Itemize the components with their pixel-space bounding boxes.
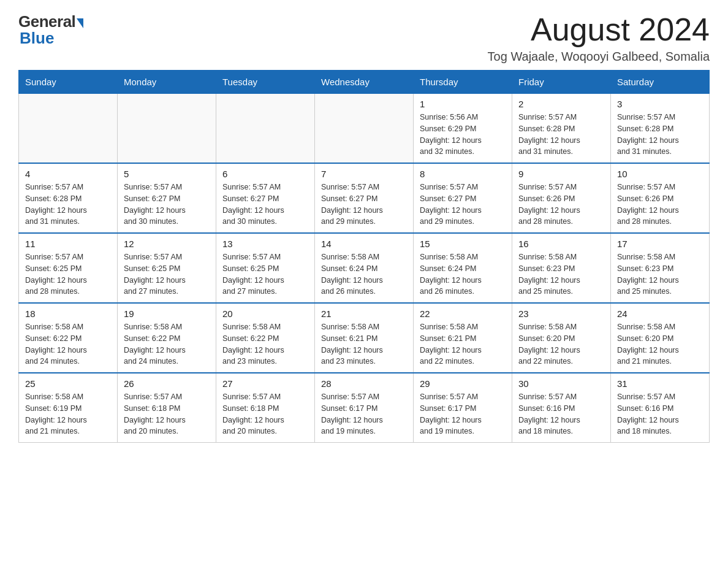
day-info: Sunrise: 5:57 AM Sunset: 6:25 PM Dayligh… xyxy=(25,251,111,297)
table-row: 11Sunrise: 5:57 AM Sunset: 6:25 PM Dayli… xyxy=(19,233,118,303)
table-row xyxy=(216,94,315,164)
day-number: 3 xyxy=(617,99,703,109)
table-row xyxy=(315,94,414,164)
header-saturday: Saturday xyxy=(611,71,710,94)
table-row: 3Sunrise: 5:57 AM Sunset: 6:28 PM Daylig… xyxy=(611,94,710,164)
header-tuesday: Tuesday xyxy=(216,71,315,94)
day-info: Sunrise: 5:58 AM Sunset: 6:23 PM Dayligh… xyxy=(518,251,604,297)
table-row: 19Sunrise: 5:58 AM Sunset: 6:22 PM Dayli… xyxy=(118,303,216,373)
table-row: 16Sunrise: 5:58 AM Sunset: 6:23 PM Dayli… xyxy=(512,233,611,303)
table-row: 28Sunrise: 5:57 AM Sunset: 6:17 PM Dayli… xyxy=(315,373,414,443)
day-number: 30 xyxy=(518,378,604,389)
table-row: 21Sunrise: 5:58 AM Sunset: 6:21 PM Dayli… xyxy=(315,303,414,373)
table-row: 29Sunrise: 5:57 AM Sunset: 6:17 PM Dayli… xyxy=(414,373,512,443)
day-info: Sunrise: 5:57 AM Sunset: 6:28 PM Dayligh… xyxy=(617,112,703,158)
header-sunday: Sunday xyxy=(19,71,118,94)
day-number: 29 xyxy=(420,378,506,389)
table-row: 9Sunrise: 5:57 AM Sunset: 6:26 PM Daylig… xyxy=(512,163,611,233)
day-number: 11 xyxy=(25,239,111,249)
day-number: 15 xyxy=(420,239,506,249)
day-info: Sunrise: 5:58 AM Sunset: 6:21 PM Dayligh… xyxy=(321,321,407,367)
table-row: 2Sunrise: 5:57 AM Sunset: 6:28 PM Daylig… xyxy=(512,94,611,164)
day-info: Sunrise: 5:57 AM Sunset: 6:27 PM Dayligh… xyxy=(222,182,308,228)
day-number: 13 xyxy=(222,239,308,249)
day-number: 10 xyxy=(617,169,703,179)
day-info: Sunrise: 5:58 AM Sunset: 6:24 PM Dayligh… xyxy=(321,251,407,297)
header-thursday: Thursday xyxy=(414,71,512,94)
day-number: 31 xyxy=(617,378,703,389)
day-number: 26 xyxy=(124,378,210,389)
table-row xyxy=(19,94,118,164)
title-area: August 2024 Tog Wajaale, Woqooyi Galbeed… xyxy=(488,12,710,64)
day-info: Sunrise: 5:57 AM Sunset: 6:16 PM Dayligh… xyxy=(617,391,703,437)
day-info: Sunrise: 5:58 AM Sunset: 6:22 PM Dayligh… xyxy=(25,321,111,367)
weekday-header-row: Sunday Monday Tuesday Wednesday Thursday… xyxy=(19,71,710,94)
day-number: 23 xyxy=(518,308,604,319)
calendar-week-row: 11Sunrise: 5:57 AM Sunset: 6:25 PM Dayli… xyxy=(19,233,710,303)
logo-triangle-icon xyxy=(77,18,83,28)
day-info: Sunrise: 5:57 AM Sunset: 6:26 PM Dayligh… xyxy=(518,182,604,228)
day-info: Sunrise: 5:58 AM Sunset: 6:23 PM Dayligh… xyxy=(617,251,703,297)
header-monday: Monday xyxy=(118,71,216,94)
table-row: 13Sunrise: 5:57 AM Sunset: 6:25 PM Dayli… xyxy=(216,233,315,303)
day-number: 1 xyxy=(420,99,506,109)
day-number: 7 xyxy=(321,169,407,179)
day-number: 9 xyxy=(518,169,604,179)
day-number: 20 xyxy=(222,308,308,319)
table-row: 15Sunrise: 5:58 AM Sunset: 6:24 PM Dayli… xyxy=(414,233,512,303)
header-wednesday: Wednesday xyxy=(315,71,414,94)
table-row: 14Sunrise: 5:58 AM Sunset: 6:24 PM Dayli… xyxy=(315,233,414,303)
day-number: 16 xyxy=(518,239,604,249)
day-number: 19 xyxy=(124,308,210,319)
day-number: 2 xyxy=(518,99,604,109)
location-subtitle: Tog Wajaale, Woqooyi Galbeed, Somalia xyxy=(488,50,710,64)
day-info: Sunrise: 5:57 AM Sunset: 6:27 PM Dayligh… xyxy=(321,182,407,228)
table-row: 10Sunrise: 5:57 AM Sunset: 6:26 PM Dayli… xyxy=(611,163,710,233)
month-title: August 2024 xyxy=(488,12,710,47)
day-number: 24 xyxy=(617,308,703,319)
table-row: 20Sunrise: 5:58 AM Sunset: 6:22 PM Dayli… xyxy=(216,303,315,373)
day-info: Sunrise: 5:57 AM Sunset: 6:27 PM Dayligh… xyxy=(420,182,506,228)
table-row: 30Sunrise: 5:57 AM Sunset: 6:16 PM Dayli… xyxy=(512,373,611,443)
day-number: 6 xyxy=(222,169,308,179)
day-number: 14 xyxy=(321,239,407,249)
day-info: Sunrise: 5:57 AM Sunset: 6:26 PM Dayligh… xyxy=(617,182,703,228)
table-row: 17Sunrise: 5:58 AM Sunset: 6:23 PM Dayli… xyxy=(611,233,710,303)
table-row: 6Sunrise: 5:57 AM Sunset: 6:27 PM Daylig… xyxy=(216,163,315,233)
logo: General Blue xyxy=(18,12,83,48)
day-number: 4 xyxy=(25,169,111,179)
day-info: Sunrise: 5:58 AM Sunset: 6:19 PM Dayligh… xyxy=(25,391,111,437)
day-info: Sunrise: 5:57 AM Sunset: 6:25 PM Dayligh… xyxy=(124,251,210,297)
day-number: 27 xyxy=(222,378,308,389)
day-info: Sunrise: 5:57 AM Sunset: 6:16 PM Dayligh… xyxy=(518,391,604,437)
table-row: 23Sunrise: 5:58 AM Sunset: 6:20 PM Dayli… xyxy=(512,303,611,373)
table-row: 31Sunrise: 5:57 AM Sunset: 6:16 PM Dayli… xyxy=(611,373,710,443)
table-row: 12Sunrise: 5:57 AM Sunset: 6:25 PM Dayli… xyxy=(118,233,216,303)
day-info: Sunrise: 5:57 AM Sunset: 6:25 PM Dayligh… xyxy=(222,251,308,297)
day-info: Sunrise: 5:57 AM Sunset: 6:17 PM Dayligh… xyxy=(321,391,407,437)
day-number: 21 xyxy=(321,308,407,319)
day-info: Sunrise: 5:57 AM Sunset: 6:18 PM Dayligh… xyxy=(124,391,210,437)
day-info: Sunrise: 5:57 AM Sunset: 6:27 PM Dayligh… xyxy=(124,182,210,228)
table-row: 5Sunrise: 5:57 AM Sunset: 6:27 PM Daylig… xyxy=(118,163,216,233)
day-info: Sunrise: 5:58 AM Sunset: 6:20 PM Dayligh… xyxy=(617,321,703,367)
table-row: 7Sunrise: 5:57 AM Sunset: 6:27 PM Daylig… xyxy=(315,163,414,233)
day-info: Sunrise: 5:57 AM Sunset: 6:28 PM Dayligh… xyxy=(518,112,604,158)
day-number: 25 xyxy=(25,378,111,389)
page-header: General Blue August 2024 Tog Wajaale, Wo… xyxy=(18,12,710,64)
day-info: Sunrise: 5:56 AM Sunset: 6:29 PM Dayligh… xyxy=(420,112,506,158)
day-info: Sunrise: 5:58 AM Sunset: 6:24 PM Dayligh… xyxy=(420,251,506,297)
day-number: 18 xyxy=(25,308,111,319)
table-row: 22Sunrise: 5:58 AM Sunset: 6:21 PM Dayli… xyxy=(414,303,512,373)
table-row: 4Sunrise: 5:57 AM Sunset: 6:28 PM Daylig… xyxy=(19,163,118,233)
calendar-week-row: 18Sunrise: 5:58 AM Sunset: 6:22 PM Dayli… xyxy=(19,303,710,373)
day-info: Sunrise: 5:58 AM Sunset: 6:22 PM Dayligh… xyxy=(222,321,308,367)
table-row: 26Sunrise: 5:57 AM Sunset: 6:18 PM Dayli… xyxy=(118,373,216,443)
day-number: 17 xyxy=(617,239,703,249)
day-info: Sunrise: 5:57 AM Sunset: 6:18 PM Dayligh… xyxy=(222,391,308,437)
header-friday: Friday xyxy=(512,71,611,94)
day-info: Sunrise: 5:58 AM Sunset: 6:21 PM Dayligh… xyxy=(420,321,506,367)
calendar-week-row: 25Sunrise: 5:58 AM Sunset: 6:19 PM Dayli… xyxy=(19,373,710,443)
table-row: 8Sunrise: 5:57 AM Sunset: 6:27 PM Daylig… xyxy=(414,163,512,233)
day-number: 8 xyxy=(420,169,506,179)
